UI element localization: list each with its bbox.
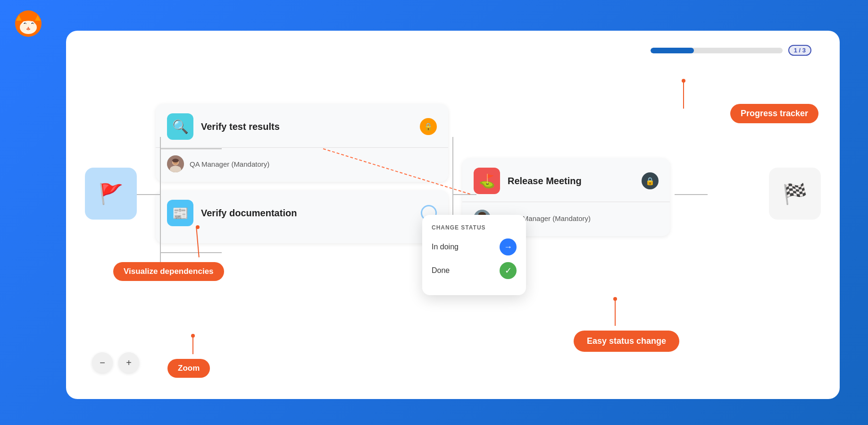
qa-manager-avatar <box>167 155 184 172</box>
start-node: 🚩 <box>85 168 137 220</box>
progress-connector-dot <box>682 79 685 83</box>
zoom-controls: − + <box>92 352 139 373</box>
progress-tracker-callout: Progress tracker <box>730 104 818 123</box>
progress-area: 1 / 3 <box>651 45 811 56</box>
verify-docs-title: Verify documentation <box>201 208 413 219</box>
status-connector-line <box>615 300 616 326</box>
change-status-popup: CHANGE STATUS In doing → Done ✓ <box>422 215 526 295</box>
svg-point-28 <box>172 159 179 162</box>
progress-bar-fill <box>651 48 694 53</box>
progress-badge: 1 / 3 <box>788 45 811 56</box>
release-meeting-icon: ⛳ <box>474 168 500 194</box>
zoom-out-button[interactable]: − <box>92 352 113 373</box>
status-connector-dot <box>613 297 617 301</box>
verify-test-icon: 🔍 <box>167 113 193 140</box>
verify-test-assignee: QA Manager (Mandatory) <box>167 155 437 172</box>
start-flag-icon: 🚩 <box>99 182 123 205</box>
progress-connector-line <box>683 80 684 109</box>
zoom-callout: Zoom <box>167 359 210 378</box>
status-option-in-doing[interactable]: In doing → <box>432 238 517 255</box>
change-status-title: CHANGE STATUS <box>432 224 517 231</box>
zoom-connector-line <box>192 336 193 354</box>
done-button[interactable]: ✓ <box>500 262 517 279</box>
verify-docs-icon: 📰 <box>167 200 193 226</box>
tasks-container: 🔍 Verify test results 🔒 QA Manager (Mand… <box>156 104 448 243</box>
task-card-verify-docs: 📰 Verify documentation <box>156 190 448 243</box>
task-card-verify-test: 🔍 Verify test results 🔒 QA Manager (Mand… <box>156 104 448 182</box>
zoom-connector-dot <box>191 334 195 338</box>
main-card: 1 / 3 Progress tracker 🚩 🏁 🔍 Verify test… <box>66 31 840 399</box>
release-separator <box>462 202 670 202</box>
visualize-deps-callout: Visualize dependencies <box>113 262 224 281</box>
fox-logo <box>14 9 42 38</box>
end-node: 🏁 <box>769 168 821 220</box>
in-doing-button[interactable]: → <box>500 238 517 255</box>
zoom-in-button[interactable]: + <box>118 352 139 373</box>
release-meeting-title: Release Meeting <box>508 176 634 187</box>
status-option-done[interactable]: Done ✓ <box>432 262 517 279</box>
task-separator-1 <box>156 147 448 148</box>
done-label: Done <box>432 266 450 275</box>
deps-connector-dot <box>196 225 200 229</box>
in-doing-label: In doing <box>432 243 459 251</box>
easy-status-callout: Easy status change <box>574 331 679 352</box>
verify-test-title: Verify test results <box>201 121 412 132</box>
svg-point-14 <box>28 24 36 29</box>
release-lock-icon: 🔒 <box>642 172 659 189</box>
progress-bar <box>651 48 783 53</box>
end-flag-icon: 🏁 <box>783 182 807 205</box>
qa-manager-label: QA Manager (Mandatory) <box>190 160 269 168</box>
svg-point-13 <box>21 24 28 29</box>
verify-test-lock-icon: 🔒 <box>420 118 437 135</box>
